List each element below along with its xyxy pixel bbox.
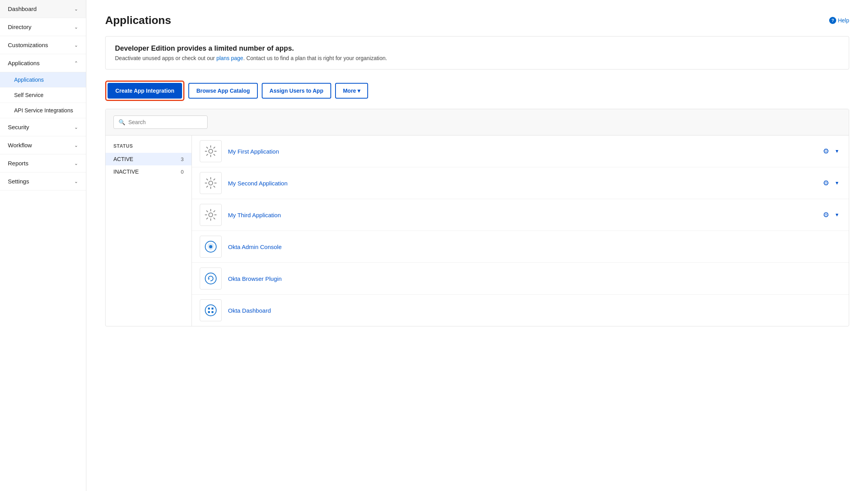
app-dropdown-button[interactable]: ▼ xyxy=(833,179,841,187)
apps-table-container: 🔍 STATUS ACTIVE 3 INACTIVE 0 xyxy=(105,109,849,326)
sidebar-item-settings[interactable]: Settings ⌄ xyxy=(0,172,86,191)
banner-text: Deactivate unused apps or check out our … xyxy=(115,55,839,61)
app-row: Okta Dashboard xyxy=(192,295,849,326)
sidebar-item-reports[interactable]: Reports ⌄ xyxy=(0,154,86,172)
sidebar-item-directory[interactable]: Directory ⌄ xyxy=(0,18,86,36)
more-button[interactable]: More ▾ xyxy=(335,83,368,99)
app-row: Okta Browser Plugin xyxy=(192,263,849,295)
svg-rect-9 xyxy=(208,311,210,313)
filter-label-active: ACTIVE xyxy=(113,156,133,162)
app-icon-box xyxy=(200,299,222,321)
app-name-link[interactable]: Okta Dashboard xyxy=(228,307,835,314)
app-actions: ⚙▼ xyxy=(821,145,841,157)
svg-point-4 xyxy=(209,245,212,248)
sidebar-label-workflow: Workflow xyxy=(8,142,32,148)
search-icon: 🔍 xyxy=(119,119,125,125)
chevron-down-icon: ⌄ xyxy=(74,161,78,166)
sidebar-sub-item-api-service[interactable]: API Service Integrations xyxy=(0,103,86,118)
sidebar-label-reports: Reports xyxy=(8,160,29,167)
filter-count-active: 3 xyxy=(181,156,184,162)
search-bar: 🔍 xyxy=(106,109,849,136)
sidebar-item-dashboard[interactable]: Dashboard ⌄ xyxy=(0,0,86,18)
app-icon-box xyxy=(200,267,222,289)
filter-label-inactive: INACTIVE xyxy=(113,169,139,175)
search-input-wrap: 🔍 xyxy=(113,115,208,129)
sidebar-label-security: Security xyxy=(8,124,29,130)
table-body: STATUS ACTIVE 3 INACTIVE 0 My First Appl… xyxy=(106,136,849,326)
app-row: My First Application⚙▼ xyxy=(192,136,849,167)
chevron-down-icon: ⌄ xyxy=(74,6,78,12)
app-row: Okta Admin Console xyxy=(192,231,849,263)
app-name-link[interactable]: Okta Browser Plugin xyxy=(228,275,835,282)
create-app-integration-button[interactable]: Create App Integration xyxy=(108,83,182,99)
sidebar-label-applications: Applications xyxy=(8,60,40,66)
chevron-down-icon: ⌄ xyxy=(74,42,78,48)
chevron-down-icon: ⌄ xyxy=(74,179,78,184)
svg-point-0 xyxy=(209,149,213,153)
filter-count-inactive: 0 xyxy=(181,169,184,175)
plans-page-link[interactable]: plans page xyxy=(216,55,243,61)
app-actions: ⚙▼ xyxy=(821,209,841,221)
app-name-link[interactable]: My First Application xyxy=(228,148,815,155)
app-icon-box xyxy=(200,204,222,226)
app-name-link[interactable]: My Second Application xyxy=(228,180,815,187)
chevron-up-icon: ⌃ xyxy=(74,60,78,66)
page-header: Applications ? Help xyxy=(105,14,849,27)
app-actions: ⚙▼ xyxy=(821,177,841,189)
sidebar-item-applications[interactable]: Applications ⌃ xyxy=(0,54,86,72)
search-input[interactable] xyxy=(128,119,202,125)
svg-point-6 xyxy=(205,305,216,316)
app-icon-box xyxy=(200,236,222,258)
app-icon-box xyxy=(200,140,222,162)
sidebar-label-settings: Settings xyxy=(8,178,29,185)
sidebar-label-directory: Directory xyxy=(8,24,31,30)
developer-edition-banner: Developer Edition provides a limited num… xyxy=(105,36,849,70)
svg-point-5 xyxy=(205,273,216,284)
filter-header: STATUS xyxy=(106,142,191,153)
app-gear-button[interactable]: ⚙ xyxy=(821,209,831,221)
sidebar-item-security[interactable]: Security ⌄ xyxy=(0,118,86,136)
app-icon-box xyxy=(200,172,222,194)
svg-rect-8 xyxy=(212,308,213,310)
app-dropdown-button[interactable]: ▼ xyxy=(833,211,841,219)
svg-rect-10 xyxy=(212,311,213,313)
help-link[interactable]: ? Help xyxy=(829,17,849,24)
app-gear-button[interactable]: ⚙ xyxy=(821,145,831,157)
filter-row-inactive[interactable]: INACTIVE 0 xyxy=(106,165,191,178)
sidebar-label-dashboard: Dashboard xyxy=(8,5,36,12)
toolbar: Create App Integration Browse App Catalo… xyxy=(105,81,849,101)
create-app-highlight: Create App Integration xyxy=(105,81,184,101)
app-list: My First Application⚙▼ My Second Applica… xyxy=(192,136,849,326)
app-row: My Third Application⚙▼ xyxy=(192,199,849,231)
sidebar-item-customizations[interactable]: Customizations ⌄ xyxy=(0,36,86,54)
filter-panel: STATUS ACTIVE 3 INACTIVE 0 xyxy=(106,136,192,326)
svg-rect-7 xyxy=(208,308,210,310)
help-icon: ? xyxy=(829,17,836,24)
page-title: Applications xyxy=(105,14,171,27)
chevron-down-icon: ⌄ xyxy=(74,125,78,130)
svg-point-2 xyxy=(209,213,213,217)
app-row: My Second Application⚙▼ xyxy=(192,167,849,199)
sidebar-label-customizations: Customizations xyxy=(8,42,48,48)
sidebar-item-workflow[interactable]: Workflow ⌄ xyxy=(0,136,86,154)
chevron-down-icon: ⌄ xyxy=(74,143,78,148)
sidebar-sub-item-applications[interactable]: Applications xyxy=(0,72,86,88)
svg-point-1 xyxy=(209,181,213,185)
browse-app-catalog-button[interactable]: Browse App Catalog xyxy=(188,83,257,99)
main-content: Applications ? Help Developer Edition pr… xyxy=(86,0,868,491)
app-name-link[interactable]: Okta Admin Console xyxy=(228,244,835,250)
app-dropdown-button[interactable]: ▼ xyxy=(833,147,841,156)
filter-row-active[interactable]: ACTIVE 3 xyxy=(106,153,191,165)
sidebar: Dashboard ⌄ Directory ⌄ Customizations ⌄… xyxy=(0,0,86,491)
assign-users-to-app-button[interactable]: Assign Users to App xyxy=(262,83,331,99)
app-gear-button[interactable]: ⚙ xyxy=(821,177,831,189)
app-name-link[interactable]: My Third Application xyxy=(228,212,815,218)
banner-title: Developer Edition provides a limited num… xyxy=(115,44,839,53)
sidebar-sub-item-self-service[interactable]: Self Service xyxy=(0,88,86,103)
chevron-down-icon: ⌄ xyxy=(74,24,78,30)
